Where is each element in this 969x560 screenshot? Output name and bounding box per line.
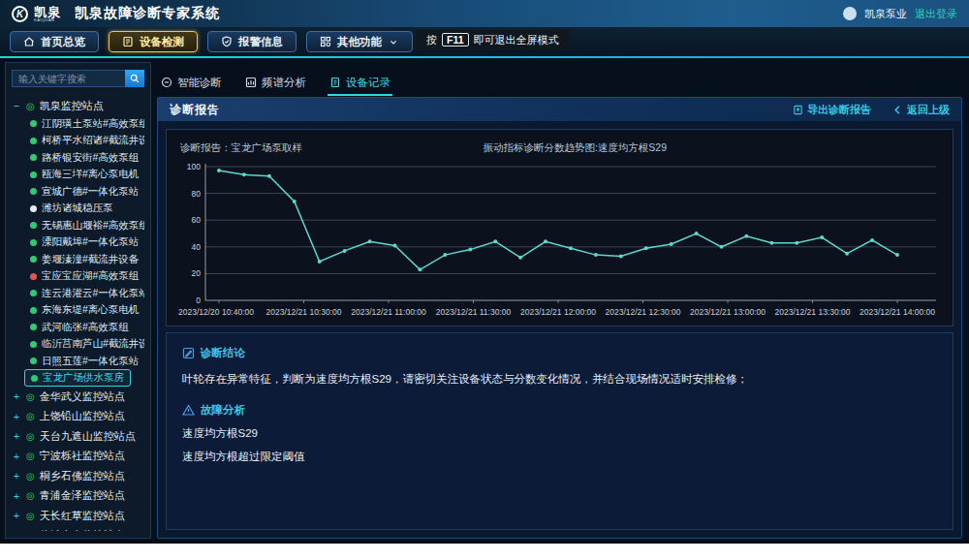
station-label: 宝应宝应湖#高效泵组 <box>42 269 139 283</box>
avatar[interactable] <box>843 7 857 20</box>
status-dot-green <box>30 120 37 127</box>
status-dot-green <box>30 307 37 314</box>
station-item[interactable]: 东海东堤#离心泵电机 <box>12 302 144 320</box>
expand-icon[interactable]: + <box>12 430 21 442</box>
station-item[interactable]: 宝龙广场供水泵房 <box>12 370 144 388</box>
station-item[interactable]: 宣城广德#一体化泵站 <box>12 183 144 201</box>
station-item[interactable]: 宝应宝应湖#高效泵组 <box>12 268 144 286</box>
conclusion-text: 叶轮存在异常特征，判断为速度均方根S29，请密切关注设备状态与分数变化情况，并结… <box>182 371 937 388</box>
station-item[interactable]: 潍坊诸城稳压泵 <box>12 201 144 218</box>
expand-icon[interactable]: + <box>12 510 21 521</box>
export-report-button[interactable]: 导出诊断报告 <box>793 103 871 117</box>
brand-name: 凯泉 <box>34 6 61 18</box>
status-dot-green <box>30 222 37 229</box>
svg-text:20: 20 <box>192 268 202 278</box>
status-dot-green <box>30 358 37 364</box>
station-item[interactable]: 临沂莒南芦山#截流井设备 <box>12 336 144 354</box>
station-label: 溧阳戴埠#一体化泵站 <box>42 235 139 249</box>
nav-alarm-button[interactable]: 报警信息 <box>207 31 297 52</box>
station-label: 日照五莲#一体化泵站 <box>42 355 139 368</box>
station-item[interactable]: 姜堰溱潼#截流井设备 <box>12 251 144 268</box>
station-item[interactable]: 瓯海三垟#离心泵电机 <box>12 167 144 184</box>
user-name: 凯泉泵业 <box>864 7 907 21</box>
status-dot-green <box>30 188 37 195</box>
analysis-section: 故障分析 <box>182 403 937 418</box>
station-label: 路桥银安街#高效泵组 <box>42 151 139 165</box>
panel-actions: 导出诊断报告 返回上级 <box>793 103 950 117</box>
station-item[interactable]: 江阴璜土泵站#高效泵组 <box>12 115 144 133</box>
station-item[interactable]: 路桥银安街#高效泵组 <box>12 149 144 167</box>
location-pin-icon: ◎ <box>26 511 35 521</box>
station-group-label: 天长红草监控站点 <box>40 509 125 523</box>
station-group-item[interactable]: +◎金华武义监控站点 <box>12 387 144 407</box>
nav-home-button[interactable]: 首页总览 <box>10 31 99 52</box>
collapse-icon[interactable]: − <box>12 100 21 111</box>
station-item[interactable]: 连云港灌云#一体化泵站 <box>12 285 144 302</box>
status-dot-green <box>30 154 37 161</box>
station-label: 无锡惠山堰裕#高效泵组 <box>42 219 144 233</box>
station-group-item[interactable]: +◎桐乡石佛监控站点 <box>12 466 144 486</box>
station-group-item[interactable]: +◎上饶铅山监控站点 <box>12 407 144 427</box>
nav-device-detect-button[interactable]: 设备检测 <box>109 31 198 52</box>
station-group-item[interactable]: +◎天长红草监控站点 <box>12 506 144 526</box>
expand-icon[interactable]: + <box>12 530 21 531</box>
expand-icon[interactable]: + <box>12 490 21 502</box>
station-item[interactable]: 无锡惠山堰裕#高效泵组 <box>12 217 144 234</box>
report-panel-header: 诊断报告 导出诊断报告 返回上级 <box>158 98 961 121</box>
tab-spectrum-analysis[interactable]: 频谱分析 <box>245 76 306 90</box>
chevron-down-icon <box>388 38 399 47</box>
tab-label: 设备记录 <box>346 76 391 90</box>
station-group-item[interactable]: +◎宁波栎社监控站点 <box>12 447 144 467</box>
station-group-label: 凯泉监控站点 <box>40 99 104 113</box>
fullscreen-hint: 按 F11 即可退出全屏模式 <box>417 30 569 49</box>
station-item[interactable]: 溧阳戴埠#一体化泵站 <box>12 234 144 252</box>
svg-text:0: 0 <box>196 296 201 305</box>
expand-icon[interactable]: + <box>12 390 21 402</box>
nav-label: 其他功能 <box>337 35 382 49</box>
expand-icon[interactable]: + <box>12 411 21 422</box>
station-group-item[interactable]: +◎天台九遮山监控站点 <box>12 426 144 447</box>
expand-icon[interactable]: + <box>12 470 21 482</box>
station-item[interactable]: 武河临张#高效泵组 <box>12 319 144 336</box>
tab-label: 智能诊断 <box>177 76 222 90</box>
export-icon <box>793 105 803 115</box>
conclusion-section: 诊断结论 <box>182 346 937 360</box>
selected-station-box: 宝龙广场供水泵房 <box>24 369 131 387</box>
station-item[interactable]: 日照五莲#一体化泵站 <box>12 353 144 370</box>
station-label: 宣城广德#一体化泵站 <box>42 185 139 199</box>
expand-icon[interactable]: + <box>12 451 21 462</box>
nav-more-button[interactable]: 其他功能 <box>306 31 413 52</box>
tab-smart-diagnosis[interactable]: 智能诊断 <box>161 76 222 90</box>
station-group-item[interactable]: +◎青浦金泽监控站点 <box>12 486 144 507</box>
shield-check-icon <box>221 36 233 47</box>
logout-link[interactable]: 退出登录 <box>915 7 957 21</box>
diagnosis-icon <box>161 77 172 88</box>
tab-device-records[interactable]: 设备记录 <box>329 76 391 90</box>
conclusion-title: 诊断结论 <box>201 346 245 360</box>
svg-text:100: 100 <box>187 162 201 171</box>
station-label: 柯桥平水绍诸#截流井设备 <box>42 134 144 147</box>
analysis-line: 速度均方根超过限定阈值 <box>182 450 937 464</box>
station-item[interactable]: 柯桥平水绍诸#截流井设备 <box>12 133 144 150</box>
station-group-root[interactable]: − ◎ 凯泉监控站点 <box>12 96 144 115</box>
sidebar: − ◎ 凯泉监控站点 江阴璜土泵站#高效泵组柯桥平水绍诸#截流井设备路桥银安街#… <box>5 62 151 539</box>
station-label: 瓯海三垟#离心泵电机 <box>42 168 139 181</box>
conclusion-card: 诊断结论 叶轮存在异常特征，判断为速度均方根S29，请密切关注设备状态与分数变化… <box>166 332 953 530</box>
station-group-label: 青浦金泽监控站点 <box>40 488 125 503</box>
search-button[interactable] <box>125 70 144 87</box>
status-dot-green <box>30 341 37 348</box>
svg-text:60: 60 <box>192 215 202 225</box>
hint-prefix: 按 <box>426 33 437 47</box>
station-tree-children: 江阴璜土泵站#高效泵组柯桥平水绍诸#截流井设备路桥银安街#高效泵组瓯海三垟#离心… <box>12 115 144 387</box>
station-group-label: 天台九遮山监控站点 <box>40 429 136 444</box>
station-group-item[interactable]: +◎盐城大丰监控站点 <box>12 526 144 532</box>
tab-label: 频谱分析 <box>262 76 306 90</box>
svg-text:2023/12/21 12:30:00: 2023/12/21 12:30:00 <box>606 307 681 317</box>
status-dot-green <box>30 290 37 296</box>
back-button[interactable]: 返回上级 <box>892 103 950 117</box>
export-label: 导出诊断报告 <box>807 103 871 117</box>
search-input[interactable] <box>12 70 125 87</box>
chevron-left-icon <box>892 105 903 115</box>
brand-logo: K 凯泉 KAIQUAN <box>12 6 61 22</box>
location-pin-icon: ◎ <box>26 431 35 442</box>
